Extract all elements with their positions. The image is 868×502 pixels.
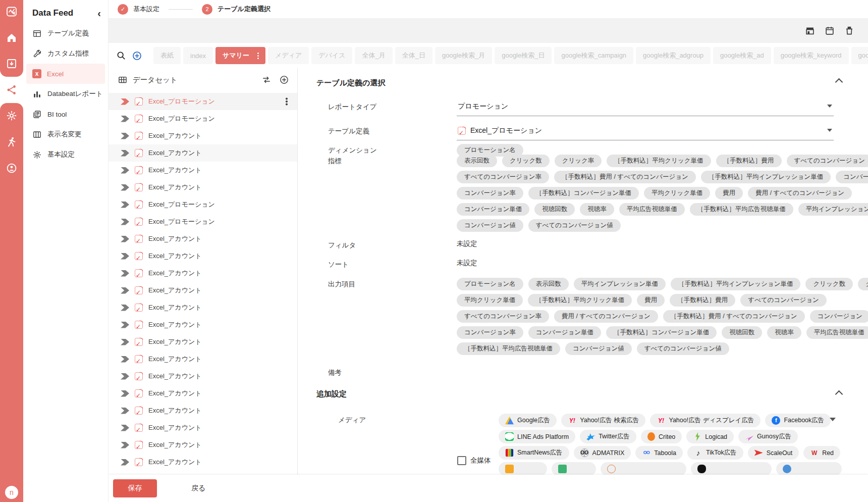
metric-chip[interactable]: すべてのコンバージョン値 <box>528 219 621 232</box>
metric-chip[interactable]: ［手数料込］コンバージョン単価 <box>528 187 639 199</box>
sidebar-item-basic-settings[interactable]: 基本設定 <box>23 144 108 165</box>
media-chip[interactable]: LINE Ads Platform <box>499 430 575 443</box>
sheet-tab[interactable]: google検索_月 <box>435 47 492 64</box>
dataset-list-item[interactable]: Excel_アカウント <box>108 333 297 350</box>
metric-chip[interactable]: 費用 <box>715 187 743 199</box>
home-icon[interactable] <box>6 32 18 44</box>
search-icon[interactable] <box>116 50 127 61</box>
dataset-list-item[interactable]: Excel_アカウント <box>108 144 297 162</box>
swap-columns-icon[interactable] <box>261 75 272 85</box>
metric-chip[interactable]: 平均広告視聴単価 <box>619 203 685 216</box>
sidebar-item-custom-metric[interactable]: カスタム指標 <box>23 43 108 64</box>
media-chip[interactable]: Criteo <box>641 430 682 443</box>
dataset-list-item[interactable]: Excel_アカウント <box>108 385 297 402</box>
save-button[interactable]: 保存 <box>113 479 157 497</box>
output-chip[interactable]: 費用 <box>637 294 665 307</box>
output-chip[interactable]: クリック率 <box>858 278 868 290</box>
metric-chip[interactable]: コンバージョン率 <box>457 187 523 199</box>
output-chip[interactable]: コンバージョン値 <box>565 342 632 355</box>
add-dataset-icon[interactable] <box>279 75 289 85</box>
metric-chip[interactable]: 平均インプレッション単価 <box>798 203 868 216</box>
output-chip[interactable]: ［手数料込］コンバージョン単価 <box>606 326 717 339</box>
sheet-tab[interactable]: 全体_月 <box>355 47 392 64</box>
dataset-list-item[interactable]: Excel_プロモーション <box>108 213 297 230</box>
dataset-list-item[interactable]: Excel_アカウント <box>108 282 297 299</box>
collapse-sidebar-icon[interactable]: ‹ <box>97 10 101 17</box>
output-chip[interactable]: 費用 / すべてのコンバージョン <box>554 310 658 323</box>
dataset-list-item[interactable]: Excel_アカウント <box>108 299 297 316</box>
output-chip[interactable]: コンバージョン単価 <box>528 326 601 339</box>
output-chip[interactable]: コンバージョン <box>810 310 868 323</box>
metric-chip[interactable]: ［手数料込］平均クリック単価 <box>607 155 711 167</box>
metric-chip[interactable]: 視聴回数 <box>534 203 575 216</box>
delete-icon[interactable] <box>844 25 855 36</box>
metric-chip[interactable]: ［手数料込］費用 <box>716 155 782 167</box>
dataset-list-item[interactable]: Excel_アカウント <box>108 419 297 436</box>
media-chip[interactable]: Logicad <box>686 430 734 443</box>
media-chip[interactable]: W Red <box>803 446 840 460</box>
dataset-list-item[interactable]: Excel_プロモーション <box>108 196 297 213</box>
settings-icon[interactable] <box>6 110 18 122</box>
metric-chip[interactable]: 平均クリック単価 <box>644 187 710 199</box>
dataset-list-item[interactable]: Excel_アカウント <box>108 127 297 144</box>
metric-chip[interactable]: すべてのコンバージョン <box>787 155 868 167</box>
add-sheet-icon[interactable] <box>132 51 142 61</box>
metric-chip[interactable]: 費用 / すべてのコンバージョン <box>748 187 852 199</box>
media-chip[interactable]: Google広告 <box>499 414 557 427</box>
sheet-tab[interactable]: 全体_日 <box>395 47 432 64</box>
sidebar-item-bi-tool[interactable]: BI tool <box>23 104 108 124</box>
dataset-list-item[interactable]: Excel_アカウント <box>108 316 297 333</box>
metric-chip[interactable]: コンバージョン値 <box>457 219 523 232</box>
metric-chip[interactable]: すべてのコンバージョン率 <box>457 171 549 183</box>
metric-chip[interactable]: クリック率 <box>555 155 602 167</box>
dataset-list-item[interactable]: Excel_プロモーション <box>108 110 297 127</box>
sheet-tab[interactable]: デバイス <box>311 47 352 64</box>
media-chip[interactable]: Gunosy広告 <box>738 430 798 443</box>
user-avatar[interactable]: n <box>5 486 18 499</box>
all-media-checkbox[interactable] <box>457 456 466 465</box>
sheet-tab[interactable]: google検索_adgroup <box>636 47 711 64</box>
dataset-list-item[interactable]: Excel_アカウント <box>108 368 297 385</box>
dataset-list-item[interactable]: Excel_アカウント <box>108 402 297 419</box>
dataset-list-item[interactable]: Excel_アカウント <box>108 247 297 265</box>
output-chip[interactable]: すべてのコンバージョン率 <box>457 310 549 323</box>
collapse-section1-icon[interactable] <box>835 78 843 86</box>
table-definition-select[interactable]: Excel_プロモーション <box>457 125 834 140</box>
output-chip[interactable]: ［手数料込］平均クリック単価 <box>528 294 632 307</box>
sheet-tab[interactable]: 表紙 <box>153 47 181 64</box>
sheet-tab[interactable]: index <box>183 47 213 64</box>
sheet-tab[interactable]: google検索_日 <box>495 47 552 64</box>
output-chip[interactable]: ［手数料込］費用 / すべてのコンバージョン <box>663 310 805 323</box>
account-icon[interactable] <box>6 162 18 174</box>
dataset-list-item[interactable]: Excel_アカウント <box>108 454 297 471</box>
output-chip[interactable]: コンバージョン率 <box>457 326 523 339</box>
dataset-list-item[interactable]: Excel_アカウント <box>108 436 297 454</box>
dataset-list-item[interactable]: Excel_アカウント <box>108 179 297 196</box>
output-chip[interactable]: 表示回数 <box>528 278 569 290</box>
metric-chip[interactable]: 視聴率 <box>580 203 614 216</box>
sidebar-item-display-name[interactable]: 表示名変更 <box>23 124 108 144</box>
dataset-list-item[interactable]: Excel_プロモーション <box>108 93 297 110</box>
metric-chip[interactable]: コンバージョン単価 <box>457 203 529 216</box>
output-chip[interactable]: すべてのコンバージョン <box>740 294 826 307</box>
databeat-logo-icon[interactable] <box>6 6 18 18</box>
output-chip[interactable]: 平均インプレッション単価 <box>574 278 666 290</box>
output-chip[interactable]: プロモーション名 <box>457 278 523 290</box>
output-chip[interactable]: ［手数料込］費用 <box>670 294 735 307</box>
sidebar-item-excel[interactable]: x Excel <box>26 64 105 84</box>
media-chip[interactable] <box>499 462 547 475</box>
media-chip[interactable] <box>776 462 842 475</box>
back-button[interactable]: 戻る <box>188 483 208 493</box>
calendar-icon[interactable] <box>824 25 835 36</box>
output-chip[interactable]: 平均広告視聴単価 <box>806 326 868 339</box>
media-chip[interactable]: ♪ TikTok広告 <box>687 446 743 460</box>
metric-chip[interactable]: ［手数料込］費用 / すべてのコンバージョン <box>554 171 696 183</box>
sidebar-item-table-definition[interactable]: テーブル定義 <box>23 23 108 43</box>
export-icon[interactable] <box>6 58 18 70</box>
media-chip[interactable]: OO ADMATRIX <box>574 446 631 460</box>
output-chip[interactable]: ［手数料込］平均広告視聴単価 <box>457 342 560 355</box>
output-chip[interactable]: クリック数 <box>805 278 853 290</box>
media-dropdown-icon[interactable] <box>830 418 836 424</box>
output-chip[interactable]: 視聴回数 <box>722 326 762 339</box>
report-type-select[interactable]: プロモーション <box>457 101 834 116</box>
